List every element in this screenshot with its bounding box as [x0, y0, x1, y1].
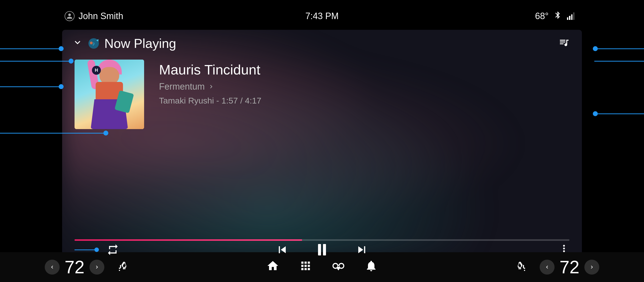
- repeat-slider-dot: [94, 248, 99, 252]
- player-content: ♪ Now Playing: [62, 30, 582, 257]
- controls-center: [272, 240, 372, 257]
- left-temp-increase[interactable]: [90, 260, 104, 275]
- climate-left: 72: [45, 257, 130, 277]
- climate-right: 72: [514, 257, 599, 277]
- left-slider-dot-2[interactable]: [68, 59, 74, 63]
- right-temp-decrease[interactable]: [540, 260, 554, 275]
- svg-point-2: [90, 41, 93, 44]
- track-area: H Mauris Tincidunt Fermentum Tamaki Ryus…: [62, 55, 582, 235]
- right-slider-3[interactable]: [594, 113, 644, 114]
- status-left: John Smith: [64, 11, 123, 21]
- track-artist-time: Tamaki Ryushi - 1:57 / 4:17: [159, 96, 570, 105]
- fan-button[interactable]: [332, 260, 345, 275]
- left-temperature: 72: [64, 257, 84, 277]
- collapse-button[interactable]: [72, 37, 83, 50]
- apps-button[interactable]: [299, 260, 312, 275]
- right-temp-increase[interactable]: [584, 260, 599, 275]
- home-button[interactable]: [266, 260, 279, 275]
- repeat-slider-line: [74, 250, 94, 250]
- left-slider-dot-1[interactable]: [59, 46, 64, 51]
- left-slider-4[interactable]: [0, 133, 107, 134]
- bluetooth-icon: [554, 11, 562, 21]
- repeat-area: [74, 240, 123, 257]
- album-art: H: [74, 60, 144, 129]
- album-art-image: H: [74, 60, 144, 129]
- right-slider-dot-1[interactable]: [593, 46, 598, 51]
- seat-heat-right-icon[interactable]: [514, 260, 527, 274]
- queue-button[interactable]: [558, 37, 570, 50]
- left-slider-2[interactable]: [0, 61, 72, 61]
- track-album[interactable]: Fermentum: [159, 81, 570, 92]
- pause-button[interactable]: [312, 240, 332, 257]
- left-slider-dot-3[interactable]: [59, 84, 64, 89]
- temperature: 68°: [535, 11, 548, 21]
- right-temperature: 72: [560, 257, 580, 277]
- track-name: Mauris Tincidunt: [159, 62, 570, 77]
- left-slider-3[interactable]: [0, 86, 62, 87]
- notifications-button[interactable]: [365, 260, 378, 275]
- previous-button[interactable]: [272, 240, 292, 257]
- headphone-badge: H: [92, 66, 101, 75]
- signal-icon: [567, 12, 574, 20]
- more-button[interactable]: [558, 243, 570, 257]
- repeat-button[interactable]: [103, 240, 123, 257]
- now-playing-title: Now Playing: [104, 36, 176, 51]
- svg-text:♪: ♪: [92, 40, 95, 47]
- music-app-icon: ♪: [88, 38, 100, 49]
- seat-heat-left-icon[interactable]: [117, 260, 130, 274]
- status-right: 68°: [535, 11, 574, 21]
- next-button[interactable]: [352, 240, 372, 257]
- username: John Smith: [78, 11, 123, 21]
- user-icon: [64, 11, 74, 21]
- left-slider-dot-4[interactable]: [103, 131, 108, 136]
- status-time: 7:43 PM: [305, 11, 339, 21]
- right-slider-2[interactable]: [594, 61, 644, 61]
- left-slider-1[interactable]: [0, 48, 62, 49]
- track-info: Mauris Tincidunt Fermentum Tamaki Ryushi…: [159, 60, 570, 105]
- left-temp-decrease[interactable]: [45, 260, 60, 275]
- right-slider-1[interactable]: [594, 48, 644, 49]
- player-header: ♪ Now Playing: [62, 30, 582, 55]
- status-bar: John Smith 7:43 PM 68°: [0, 0, 644, 32]
- header-left: ♪ Now Playing: [72, 36, 176, 51]
- player-card: ♪ Now Playing: [62, 30, 582, 257]
- nav-icons: [266, 260, 378, 275]
- controls: [62, 245, 582, 257]
